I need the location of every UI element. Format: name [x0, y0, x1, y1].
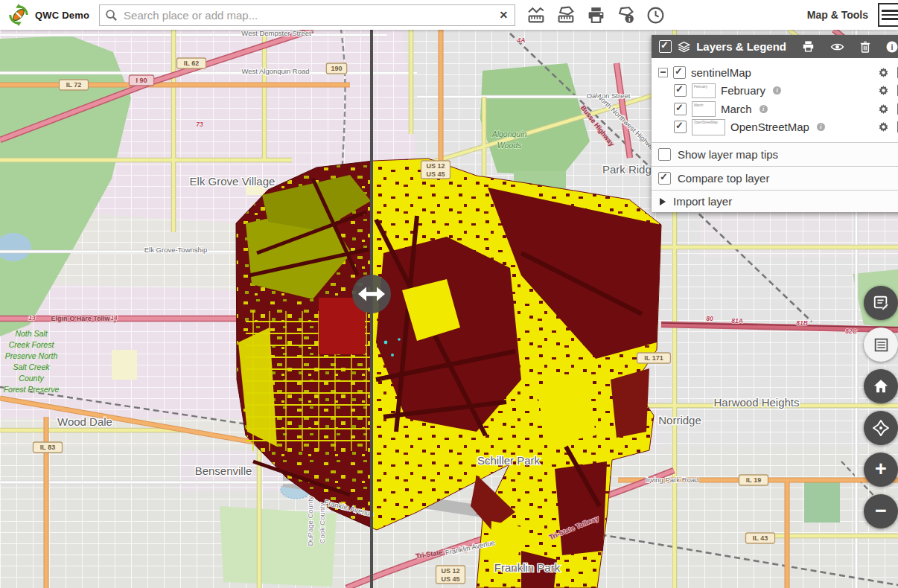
route-shield: IL 62 — [177, 58, 206, 68]
svg-text:IL 62: IL 62 — [184, 60, 199, 67]
svg-text:US 12: US 12 — [441, 567, 459, 575]
measure-line-button[interactable] — [526, 5, 546, 25]
map-street-label: Irving Park Road — [646, 476, 699, 484]
map-place-label: Norridge — [658, 414, 701, 426]
search-clear-button[interactable]: ✕ — [497, 9, 509, 21]
map-area-label: County — [19, 374, 44, 383]
print-icon — [587, 6, 605, 25]
show-map-tips-option[interactable]: Show layer map tips — [652, 142, 898, 166]
zoom-out-button[interactable]: − — [864, 494, 898, 528]
layer-checkbox-february[interactable] — [674, 84, 687, 97]
panel-visibility-checkbox[interactable] — [659, 40, 672, 53]
svg-text:US 12: US 12 — [426, 162, 445, 170]
route-shield: IL 43 — [746, 533, 775, 543]
option-label: Show layer map tips — [678, 148, 778, 161]
map-place-label: Park Ridge — [602, 163, 657, 176]
svg-text:US 45: US 45 — [441, 575, 459, 583]
panel-info-button[interactable]: i — [886, 41, 898, 53]
option-label: Compare top layer — [678, 172, 769, 185]
map-exit-label: 4A — [517, 36, 526, 44]
measure-area-button[interactable] — [556, 5, 576, 25]
svg-text:IL 171: IL 171 — [644, 354, 663, 362]
clear-layers-button[interactable] — [860, 41, 870, 53]
search-box[interactable]: ✕ — [99, 4, 515, 26]
route-shield: IL 19 — [739, 475, 768, 485]
search-icon — [105, 9, 118, 22]
layer-label[interactable]: February — [721, 84, 765, 97]
panel-title: Layers & Legend — [696, 40, 786, 53]
collapse-expander-icon[interactable] — [658, 68, 668, 77]
expand-arrow-icon — [660, 198, 666, 205]
map-street-label: Elk Grove-Township — [144, 246, 207, 254]
map-street-label: Cook County — [318, 502, 326, 543]
identify-region-icon: i — [617, 6, 635, 25]
layer-label[interactable]: sentinelMap — [691, 66, 751, 79]
info-icon: i — [886, 41, 898, 53]
layer-info-icon[interactable]: i — [760, 105, 768, 113]
note-edit-icon — [873, 295, 889, 311]
layers-icon — [678, 40, 690, 54]
clock-icon — [646, 6, 665, 25]
layer-settings-gear-icon[interactable] — [878, 67, 889, 78]
hamburger-menu-button[interactable] — [878, 3, 898, 27]
map-area-label: Woods — [497, 141, 522, 150]
map-place-label: Harwood Heights — [713, 396, 799, 409]
layer-info-icon[interactable]: i — [817, 123, 825, 131]
map-place-label: Wood Dale — [57, 415, 112, 428]
route-shield: IL 72 — [60, 80, 89, 90]
map-street-label: Elgin-O'Hare Tollway — [51, 315, 118, 322]
measure-line-icon — [527, 6, 546, 25]
layer-row-february[interactable]: February February i — [652, 82, 898, 100]
print-button[interactable] — [586, 5, 605, 25]
print-legend-button[interactable] — [802, 40, 815, 53]
svg-text:i: i — [628, 15, 630, 22]
layer-row-sentinelmap[interactable]: sentinelMap — [652, 63, 898, 82]
compare-checkbox[interactable] — [658, 172, 671, 185]
map-exit-label: 80 — [706, 315, 713, 322]
zoom-in-button[interactable]: + — [864, 453, 898, 487]
map-area-label: Algonquin — [491, 130, 527, 138]
import-layer-expander[interactable]: Import layer — [652, 190, 898, 212]
route-shield: IL 83 — [34, 442, 63, 453]
layer-settings-gear-icon[interactable] — [878, 85, 889, 96]
map-place-label: Schiller Park — [477, 454, 541, 467]
plus-icon: + — [875, 459, 887, 479]
layer-row-openstreetmap[interactable]: OpenStreetMap OpenStreetMap i — [652, 118, 898, 137]
map-area-label: Noth Salt — [15, 329, 48, 338]
locate-position-button[interactable] — [864, 411, 898, 445]
map-tips-checkbox[interactable] — [658, 148, 671, 161]
app-logo[interactable]: QWC Demo — [0, 4, 99, 26]
svg-text:IL 19: IL 19 — [746, 476, 761, 484]
report-tool-button[interactable] — [864, 286, 898, 320]
layers-legend-header[interactable]: Layers & Legend i — [652, 35, 898, 58]
layer-label[interactable]: OpenStreetMap — [730, 121, 809, 133]
map-place-label: Elk Grove Village — [190, 175, 276, 188]
svg-text:IL 72: IL 72 — [66, 81, 81, 89]
home-button[interactable] — [864, 369, 898, 403]
time-manager-button[interactable] — [646, 5, 665, 25]
toggle-all-visibility-button[interactable] — [830, 42, 844, 52]
compare-top-layer-option[interactable]: Compare top layer — [652, 166, 898, 190]
layer-label[interactable]: March — [721, 103, 752, 115]
svg-text:US 45: US 45 — [426, 170, 445, 178]
attribute-table-button[interactable] — [864, 327, 898, 362]
layer-row-march[interactable]: March March i — [652, 100, 898, 118]
route-shield: US 12US 45 — [436, 566, 465, 584]
search-input[interactable] — [122, 8, 497, 22]
layer-tree: sentinelMap February February i — [652, 58, 898, 142]
trash-icon — [860, 41, 870, 53]
map-exit-label: 73 — [196, 121, 203, 128]
layer-settings-gear-icon[interactable] — [878, 103, 889, 115]
home-icon — [873, 378, 889, 394]
map-exit-label: 14 — [110, 314, 118, 322]
layer-checkbox-sentinelmap[interactable] — [673, 66, 686, 79]
menu-area: Map & Tools — [807, 3, 898, 27]
layer-checkbox-openstreetmap[interactable] — [674, 121, 687, 133]
identify-region-button[interactable]: i — [616, 5, 635, 25]
layer-settings-gear-icon[interactable] — [878, 121, 889, 132]
map-exit-label: 81A — [731, 317, 743, 325]
layer-checkbox-march[interactable] — [674, 103, 687, 115]
map-area-label: Creek Forest — [9, 340, 55, 349]
app-title: QWC Demo — [35, 10, 89, 21]
layer-info-icon[interactable]: i — [773, 86, 781, 95]
